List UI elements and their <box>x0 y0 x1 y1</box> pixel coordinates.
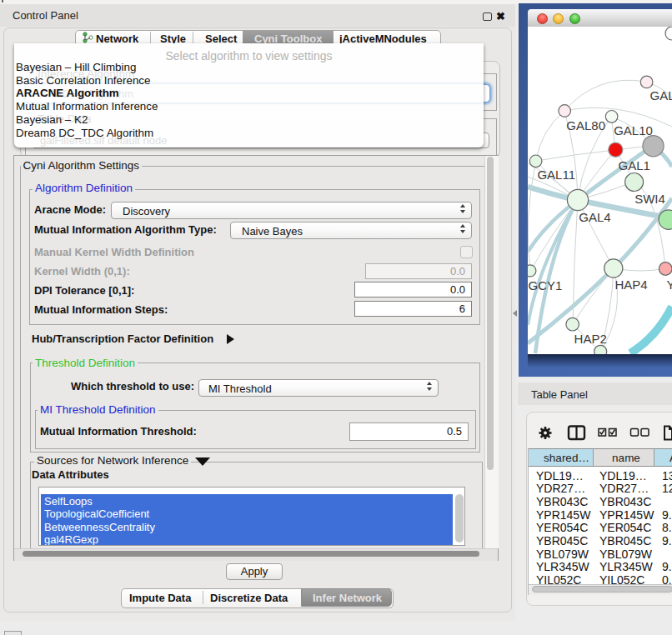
svg-text:SWI4: SWI4 <box>634 192 665 206</box>
svg-text:GAL4: GAL4 <box>579 210 610 224</box>
svg-text:Y: Y <box>667 278 672 292</box>
svg-text:GAL11: GAL11 <box>537 168 575 182</box>
svg-text:GAL10: GAL10 <box>614 123 653 138</box>
svg-text:GAL1: GAL1 <box>619 158 650 172</box>
svg-text:GAL: GAL <box>650 88 672 102</box>
svg-text:HAP4: HAP4 <box>615 278 648 292</box>
svg-text:GCY1: GCY1 <box>529 278 563 292</box>
svg-text:GAL80: GAL80 <box>566 118 605 132</box>
svg-text:HAP2: HAP2 <box>574 332 607 346</box>
